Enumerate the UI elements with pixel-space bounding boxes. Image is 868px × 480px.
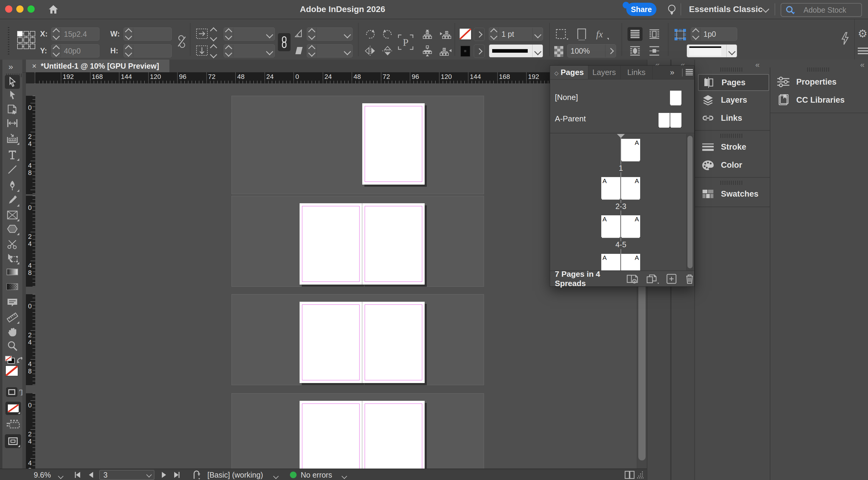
preset-chevron-icon[interactable] [273, 473, 278, 479]
select-parent-icon[interactable] [439, 44, 452, 57]
minimize-window-button[interactable] [16, 5, 24, 13]
dock-group-grip[interactable] [720, 67, 742, 72]
pasteboard[interactable] [231, 294, 484, 385]
document-page[interactable] [362, 401, 425, 469]
stroke-swatch-black[interactable] [461, 46, 470, 57]
x-field[interactable]: 15p2.4 [51, 27, 99, 41]
ruler-origin-box[interactable] [26, 72, 35, 83]
dock-item-layers[interactable]: Layers [698, 92, 768, 108]
workspace-switcher[interactable]: Essentials Classic [689, 0, 763, 19]
dock-group-grip[interactable] [720, 181, 742, 185]
reference-point-proxy[interactable] [17, 31, 36, 49]
resize-grip-icon[interactable] [637, 471, 644, 479]
free-transform-tool[interactable] [5, 251, 20, 265]
rotate-clockwise-icon[interactable] [364, 28, 376, 40]
dock-item-links[interactable]: Links [698, 110, 768, 126]
content-collector-tool[interactable] [5, 132, 20, 145]
vertical-ruler[interactable]: 02448024480244802448 [26, 83, 35, 469]
lightbulb-icon[interactable] [667, 4, 677, 16]
tab-links[interactable]: Links [620, 66, 653, 79]
frame-tool[interactable] [5, 208, 20, 222]
h-stepper[interactable] [124, 44, 133, 57]
gradient-tool[interactable] [5, 265, 20, 279]
document-tab[interactable]: × *Untitled-1 @ 10% [GPU Preview] [26, 60, 169, 72]
preflight-status-label[interactable]: No errors [301, 471, 332, 479]
zoom-level-value[interactable]: 9.6% [34, 471, 51, 479]
scale-y-combo[interactable] [224, 44, 275, 58]
pen-tool[interactable] [5, 179, 20, 193]
control-panel-grip[interactable] [8, 27, 9, 55]
jump-object-button[interactable] [647, 44, 662, 58]
wrap-around-object-shape-button[interactable] [627, 44, 643, 58]
page-thumbnail[interactable]: A [621, 215, 640, 237]
dock-item-properties[interactable]: Properties [773, 74, 866, 90]
view-options-icon[interactable] [7, 420, 20, 429]
apply-none-button[interactable] [5, 402, 21, 415]
apply-height-icon[interactable] [195, 44, 209, 57]
y-field[interactable]: 40p0 [51, 44, 99, 58]
rotate-counterclockwise-icon[interactable] [381, 28, 394, 40]
flip-horizontal-icon[interactable] [364, 45, 376, 57]
page-thumbnail-label[interactable]: 2-3 [609, 202, 633, 211]
gap-field[interactable]: 1p0 [691, 27, 737, 41]
h-field[interactable] [124, 44, 172, 58]
x-stepper[interactable] [52, 28, 61, 40]
eyedropper-tool[interactable] [5, 310, 20, 324]
constrain-proportions-broken-icon[interactable] [176, 35, 187, 48]
tab-close-icon[interactable]: × [32, 61, 36, 71]
dock-item-cc-libraries[interactable]: CC Libraries [773, 92, 866, 108]
zoom-tool[interactable] [5, 339, 20, 353]
parent-a-thumbnail-right[interactable] [670, 113, 681, 127]
rotation-stepper[interactable] [307, 28, 316, 40]
wrap-around-bounding-box-button[interactable] [647, 27, 662, 41]
home-icon[interactable] [48, 4, 59, 14]
preflight-preset-label[interactable]: [Basic] (working) [207, 471, 263, 479]
fill-indicator-none[interactable] [5, 366, 18, 376]
shear-angle-combo[interactable] [307, 44, 352, 58]
stroke-style-combo[interactable] [489, 44, 543, 58]
frame-fitting-icon[interactable] [674, 28, 687, 41]
page-number-chevron-icon[interactable] [146, 472, 152, 477]
add-page-icon[interactable] [666, 274, 677, 284]
scale-y-stepper[interactable] [224, 44, 233, 57]
zoom-chevron-icon[interactable] [58, 473, 63, 479]
direct-selection-tool[interactable] [5, 88, 20, 102]
close-window-button[interactable] [5, 5, 12, 13]
select-next-object-icon[interactable] [421, 44, 433, 57]
adobe-stock-search[interactable]: Adobe Stock [781, 3, 862, 17]
delete-page-icon[interactable] [685, 274, 694, 284]
fill-swatch-none[interactable] [459, 28, 471, 40]
document-page[interactable] [362, 203, 425, 284]
scale-x-combo[interactable] [224, 27, 275, 41]
page-thumbnail[interactable]: A [621, 139, 640, 161]
tab-pages[interactable]: ◇ Pages [550, 66, 588, 79]
opacity-combo[interactable]: 100% [567, 44, 616, 58]
document-page[interactable] [300, 401, 362, 469]
create-new-page-icon[interactable] [646, 274, 659, 284]
panel-menu-icon[interactable] [686, 69, 693, 75]
width-stepper[interactable] [211, 28, 216, 40]
share-button[interactable]: Share [626, 3, 656, 16]
tab-layers[interactable]: Layers [588, 66, 621, 79]
gear-icon[interactable]: ⚙ [858, 28, 867, 39]
gap-tool[interactable] [5, 116, 20, 130]
zoom-window-button[interactable] [27, 5, 35, 13]
page-thumbnail[interactable]: A [601, 254, 620, 270]
drop-shadow-icon[interactable] [576, 28, 587, 41]
parent-none-label[interactable]: [None] [555, 93, 578, 102]
select-previous-object-icon[interactable] [421, 28, 433, 40]
page-thumbnail-label[interactable]: 4-5 [609, 240, 633, 249]
edit-page-size-icon[interactable] [627, 274, 639, 284]
y-stepper[interactable] [52, 44, 61, 57]
first-page-icon[interactable] [73, 471, 82, 479]
w-field[interactable] [124, 27, 172, 41]
page-thumbnail[interactable]: A [601, 215, 620, 237]
page-number-field[interactable]: 3 [99, 470, 154, 480]
document-page[interactable] [300, 203, 362, 284]
pasteboard[interactable] [231, 196, 484, 287]
document-page[interactable] [362, 302, 425, 383]
collapse-dock-chevron-icon[interactable]: « [755, 60, 760, 70]
fill-options-button[interactable] [474, 28, 485, 41]
corner-options-icon[interactable] [555, 28, 568, 40]
rotation-angle-combo[interactable] [307, 27, 352, 41]
